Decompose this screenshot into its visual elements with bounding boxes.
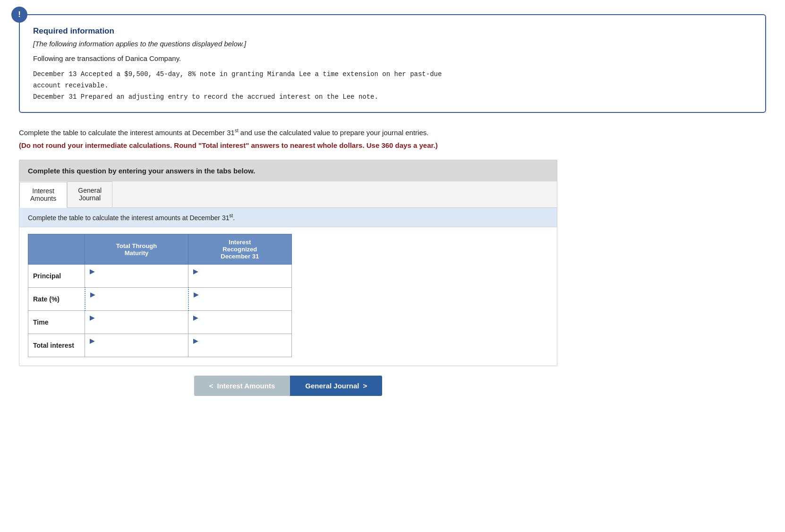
table-row-principal: Principal ▶ ▶ <box>28 265 292 288</box>
table-row-rate: Rate (%) ▶ ▶ <box>28 288 292 311</box>
tab-content-header: Complete the table to calculate the inte… <box>19 208 557 227</box>
input-principal-dec31-field[interactable] <box>193 275 287 284</box>
question-header: Complete this question by entering your … <box>19 160 557 181</box>
transaction-2: December 31 Prepared an adjusting entry … <box>33 92 752 103</box>
input-time-dec31[interactable]: ▶ <box>188 311 292 334</box>
next-button[interactable]: General Journal > <box>290 376 382 396</box>
input-totalinterest-dec31[interactable]: ▶ <box>188 334 292 357</box>
info-transactions: December 13 Accepted a $9,500, 45-day, 8… <box>33 69 752 103</box>
table-row-total-interest: Total interest ▶ ▶ <box>28 334 292 357</box>
input-totalinterest-total[interactable]: ▶ <box>85 334 188 357</box>
input-totalinterest-total-field[interactable] <box>90 344 183 354</box>
input-principal-total[interactable]: ▶ <box>85 265 188 288</box>
tab-interest-amounts[interactable]: InterestAmounts <box>19 182 67 208</box>
instructions-main: Complete the table to calculate the inte… <box>19 127 766 138</box>
input-time-total[interactable]: ▶ <box>85 311 188 334</box>
label-rate: Rate (%) <box>28 288 85 311</box>
transaction-1b: account receivable. <box>33 80 752 92</box>
input-rate-dec31[interactable]: ▶ <box>188 288 292 311</box>
info-subtitle: [The following information applies to th… <box>33 40 752 48</box>
info-title: Required information <box>33 26 752 36</box>
label-principal: Principal <box>28 265 85 288</box>
nav-buttons: < Interest Amounts General Journal > <box>19 376 557 396</box>
input-rate-total[interactable]: ▶ <box>85 288 188 311</box>
label-time: Time <box>28 311 85 334</box>
col-header-empty <box>28 234 85 265</box>
tabs-row: InterestAmounts GeneralJournal <box>19 181 557 208</box>
prev-button[interactable]: < Interest Amounts <box>194 376 290 396</box>
table-section: Total ThroughMaturity InterestRecognized… <box>19 227 557 357</box>
input-totalinterest-dec31-field[interactable] <box>193 344 287 354</box>
info-icon: ! <box>11 7 27 23</box>
input-principal-dec31[interactable]: ▶ <box>188 265 292 288</box>
next-arrow: > <box>363 382 367 390</box>
col-header-interest: InterestRecognizedDecember 31 <box>188 234 292 265</box>
input-time-total-field[interactable] <box>90 321 183 331</box>
prev-arrow: < <box>209 382 213 390</box>
info-intro: Following are transactions of Danica Com… <box>33 54 752 62</box>
instructions-warning: (Do not round your intermediate calculat… <box>19 141 766 149</box>
next-label: General Journal <box>305 382 359 390</box>
input-rate-dec31-field[interactable] <box>194 298 287 308</box>
question-box: Complete this question by entering your … <box>19 160 557 366</box>
prev-label: Interest Amounts <box>217 382 275 390</box>
col-header-total: Total ThroughMaturity <box>85 234 188 265</box>
info-box: ! Required information [The following in… <box>19 14 766 113</box>
input-time-dec31-field[interactable] <box>193 321 287 331</box>
interest-table: Total ThroughMaturity InterestRecognized… <box>28 234 292 357</box>
table-row-time: Time ▶ ▶ <box>28 311 292 334</box>
input-rate-total-field[interactable] <box>90 298 183 308</box>
transaction-1: December 13 Accepted a $9,500, 45-day, 8… <box>33 69 752 80</box>
tab-general-journal[interactable]: GeneralJournal <box>67 181 112 207</box>
input-principal-total-field[interactable] <box>90 275 183 284</box>
label-total-interest: Total interest <box>28 334 85 357</box>
